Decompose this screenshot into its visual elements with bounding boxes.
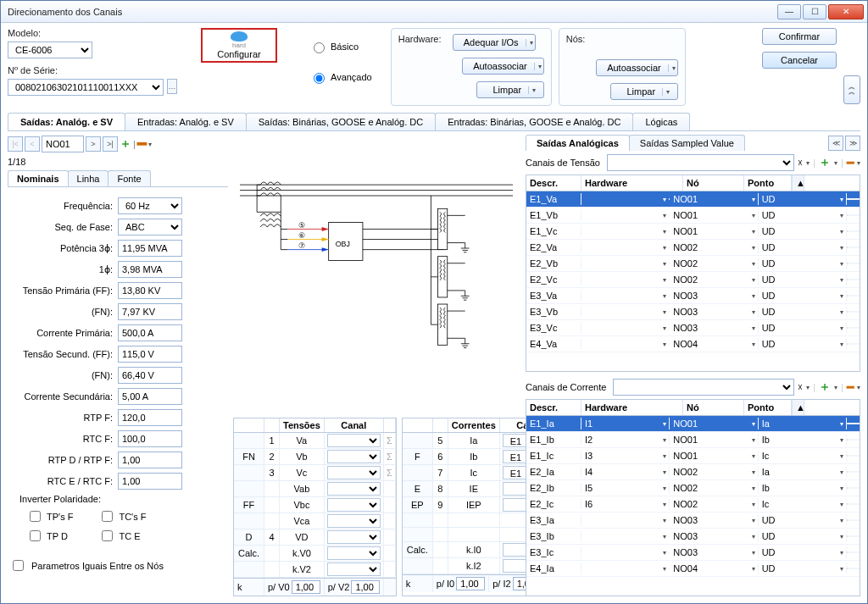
tab-saidas-analogicas[interactable]: Saídas Analógicas: [526, 135, 630, 151]
tcs-f-check[interactable]: TC's F: [98, 508, 146, 524]
collapse-up-button[interactable]: ︽︽: [843, 75, 860, 104]
tab-saidas-analog[interactable]: Saídas: Analóg. e SV: [8, 113, 125, 130]
table-row[interactable]: E2_IaI4NO02Ia: [526, 464, 860, 480]
table-row[interactable]: E3_IcNO03UD: [526, 545, 860, 561]
close-button[interactable]: ✕: [828, 4, 864, 19]
tpff-input[interactable]: [118, 282, 182, 299]
pot1-input[interactable]: [118, 261, 182, 278]
vc-canal[interactable]: [327, 466, 381, 479]
minimize-button[interactable]: —: [777, 4, 801, 19]
freq-select[interactable]: 60 Hz: [118, 197, 182, 214]
tab-logicas[interactable]: Lógicas: [632, 113, 690, 130]
table-row[interactable]: E3_IbNO03UD: [526, 529, 860, 545]
inverter-label: Inverter Polaridade:: [11, 494, 225, 504]
tensao-grid: Descr.HardwareNóPonto▲ E1_VaNO01UDE1_VbN…: [526, 175, 860, 372]
svg-marker-11: [322, 227, 329, 231]
pv2-input[interactable]: [351, 580, 380, 594]
vca-canal[interactable]: [327, 514, 381, 528]
hw-limpar-button[interactable]: Limpar▾: [476, 81, 544, 98]
basico-radio[interactable]: Básico: [309, 40, 372, 53]
cp-input[interactable]: [118, 324, 182, 341]
tab-saidas-sv[interactable]: Saídas Sampled Value: [629, 135, 745, 151]
nos-limpar-button[interactable]: Limpar▾: [610, 83, 678, 100]
table-row[interactable]: E4_IaNO04UD: [526, 561, 860, 577]
rtab-prev[interactable]: ≪: [828, 136, 843, 151]
table-row[interactable]: E4_VaNO04UD: [526, 336, 860, 352]
tensao-search[interactable]: [607, 154, 794, 171]
avancado-radio[interactable]: Avançado: [309, 70, 372, 84]
rtcf-input[interactable]: [118, 430, 182, 447]
table-row[interactable]: E1_IbI2NO01Ib: [526, 432, 860, 448]
pv0-input[interactable]: [292, 580, 320, 594]
kv0-canal[interactable]: [327, 546, 381, 560]
tab-entradas-analog[interactable]: Entradas: Analóg. e SV: [125, 113, 247, 130]
vbc-canal[interactable]: [327, 498, 381, 512]
tensao-remove[interactable]: ━: [847, 156, 854, 169]
vd-canal[interactable]: [327, 530, 381, 544]
table-row[interactable]: E2_VaNO02UD: [526, 240, 860, 256]
maximize-button[interactable]: ☐: [803, 4, 826, 19]
rtab-next[interactable]: ≫: [845, 136, 860, 151]
filter-icon[interactable]: ☓: [798, 382, 803, 393]
rtpf-input[interactable]: [118, 409, 182, 426]
hw-autoassociar-button[interactable]: Autoassociar▾: [462, 58, 544, 75]
tsfn-input[interactable]: [118, 367, 182, 384]
tps-f-check[interactable]: TP's F: [26, 508, 73, 524]
table-row[interactable]: E2_IcI6NO02Ic: [526, 496, 860, 513]
tab-entradas-bin[interactable]: Entradas: Binárias, GOOSE e Analóg. DC: [435, 113, 633, 130]
tab-saidas-bin[interactable]: Saídas: Binárias, GOOSE e Analóg. DC: [246, 113, 436, 130]
nos-autoassociar-button[interactable]: Autoassociar▾: [596, 59, 678, 76]
subtab-nominais[interactable]: Nominais: [8, 170, 69, 186]
nav-prev-button[interactable]: <: [25, 136, 40, 152]
table-row[interactable]: E1_VcNO01UD: [526, 224, 860, 240]
table-row[interactable]: E1_IaI1NO01Ia: [526, 416, 860, 432]
tsff-input[interactable]: [118, 346, 182, 363]
remove-node-button[interactable]: ━: [137, 135, 147, 153]
table-row[interactable]: E2_VcNO02UD: [526, 272, 860, 288]
table-row[interactable]: E1_IcI3NO01Ic: [526, 448, 860, 464]
table-row[interactable]: E3_VbNO03UD: [526, 304, 860, 320]
table-row[interactable]: E3_IaNO03UD: [526, 513, 860, 529]
serie-browse-button[interactable]: …: [167, 79, 177, 94]
pi0-input[interactable]: [456, 577, 485, 590]
vb-canal[interactable]: [327, 450, 381, 463]
serie-label: Nº de Série:: [8, 65, 177, 75]
add-node-button[interactable]: ＋: [120, 136, 131, 152]
table-row[interactable]: E2_IbI5NO02Ib: [526, 480, 860, 496]
table-row[interactable]: E1_VaNO01UD: [526, 191, 860, 208]
subtab-fonte[interactable]: Fonte: [108, 170, 150, 186]
svg-text:⑦: ⑦: [299, 241, 306, 250]
subtab-linha[interactable]: Linha: [68, 170, 109, 186]
configurar-button[interactable]: hard Configurar: [201, 28, 277, 63]
rtce-input[interactable]: [118, 473, 182, 490]
cs-input[interactable]: [118, 388, 182, 405]
serie-select[interactable]: 00802106302101110011XXX: [8, 79, 164, 96]
kv2-canal[interactable]: [327, 562, 381, 576]
table-row[interactable]: E2_VbNO02UD: [526, 256, 860, 272]
nav-first-button[interactable]: |<: [8, 136, 23, 152]
corrente-search[interactable]: [613, 379, 794, 396]
table-row[interactable]: E3_VcNO03UD: [526, 320, 860, 336]
tensao-add[interactable]: ＋: [819, 155, 831, 170]
confirmar-button[interactable]: Confirmar: [762, 28, 837, 45]
table-row[interactable]: E3_VaNO03UD: [526, 288, 860, 304]
nav-last-button[interactable]: >|: [103, 136, 118, 152]
filter-icon[interactable]: ☓: [798, 158, 803, 169]
seq-select[interactable]: ABC: [118, 219, 182, 236]
tc-e-check[interactable]: TC E: [98, 528, 146, 544]
corrente-remove[interactable]: ━: [847, 380, 854, 394]
corrente-add[interactable]: ＋: [819, 380, 831, 395]
param-equal-check[interactable]: Parametros Iguais Entre os Nós: [8, 554, 228, 577]
nav-next-button[interactable]: >: [86, 136, 101, 152]
tp-d-check[interactable]: TP D: [26, 528, 73, 544]
tpfn-input[interactable]: [118, 303, 182, 320]
cancelar-button[interactable]: Cancelar: [762, 52, 837, 69]
modelo-select[interactable]: CE-6006: [8, 42, 92, 58]
adequar-button[interactable]: Adequar I/Os▾: [453, 34, 536, 51]
table-row[interactable]: E1_VbNO01UD: [526, 208, 860, 224]
vab-canal[interactable]: [327, 482, 381, 496]
node-input[interactable]: [42, 136, 84, 152]
va-canal[interactable]: [327, 434, 381, 447]
rtpd-input[interactable]: [118, 452, 182, 468]
pot3-input[interactable]: [118, 240, 182, 257]
